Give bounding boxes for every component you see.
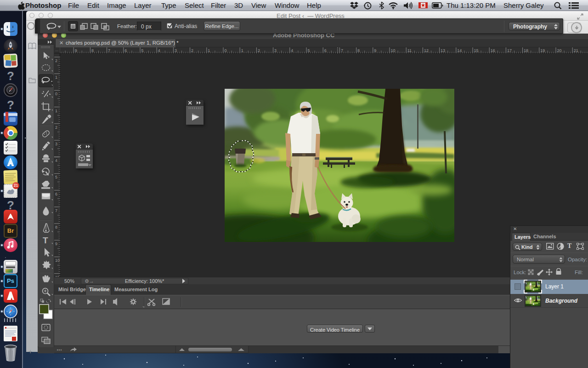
svg-text:17: 17: [507, 48, 512, 53]
svg-text:10: 10: [391, 48, 396, 53]
svg-text:16: 16: [491, 48, 495, 53]
svg-text:2: 2: [191, 48, 193, 53]
svg-text:5: 5: [141, 48, 144, 53]
svg-text:5: 5: [55, 175, 57, 179]
svg-text:4: 4: [158, 48, 160, 53]
svg-text:6: 6: [55, 192, 57, 196]
svg-text:8: 8: [55, 225, 57, 230]
svg-text:1: 1: [208, 48, 210, 53]
svg-text:4: 4: [291, 48, 293, 53]
svg-text:3: 3: [274, 48, 277, 53]
svg-text:11: 11: [407, 48, 412, 53]
svg-text:6: 6: [324, 48, 327, 53]
svg-text:0: 0: [55, 92, 57, 96]
svg-text:2: 2: [258, 48, 260, 53]
svg-text:20: 20: [557, 48, 562, 53]
svg-text:9: 9: [55, 242, 57, 246]
svg-text:21: 21: [574, 48, 578, 53]
svg-text:5: 5: [308, 48, 310, 53]
svg-text:10: 10: [55, 258, 60, 263]
svg-text:2: 2: [55, 125, 57, 130]
svg-text:9: 9: [75, 48, 77, 53]
svg-text:3: 3: [175, 48, 177, 53]
svg-text:8: 8: [91, 48, 94, 53]
svg-text:1: 1: [55, 75, 57, 80]
svg-text:1: 1: [241, 48, 243, 53]
svg-text:1: 1: [55, 109, 57, 113]
svg-text:7: 7: [55, 208, 57, 213]
svg-text:12: 12: [424, 48, 429, 53]
svg-text:4: 4: [55, 158, 57, 163]
svg-text:19: 19: [540, 48, 545, 53]
svg-text:8: 8: [357, 48, 360, 53]
svg-text:14: 14: [457, 48, 462, 53]
svg-text:15: 15: [474, 48, 479, 53]
svg-text:7: 7: [341, 48, 343, 53]
svg-text:13: 13: [441, 48, 445, 53]
svg-text:2: 2: [55, 58, 57, 63]
svg-text:7: 7: [108, 48, 110, 53]
svg-text:18: 18: [524, 48, 528, 53]
svg-text:6: 6: [124, 48, 127, 53]
svg-text:9: 9: [374, 48, 376, 53]
svg-text:T: T: [43, 236, 48, 245]
svg-text:3: 3: [55, 142, 57, 146]
svg-text:0: 0: [225, 48, 227, 53]
